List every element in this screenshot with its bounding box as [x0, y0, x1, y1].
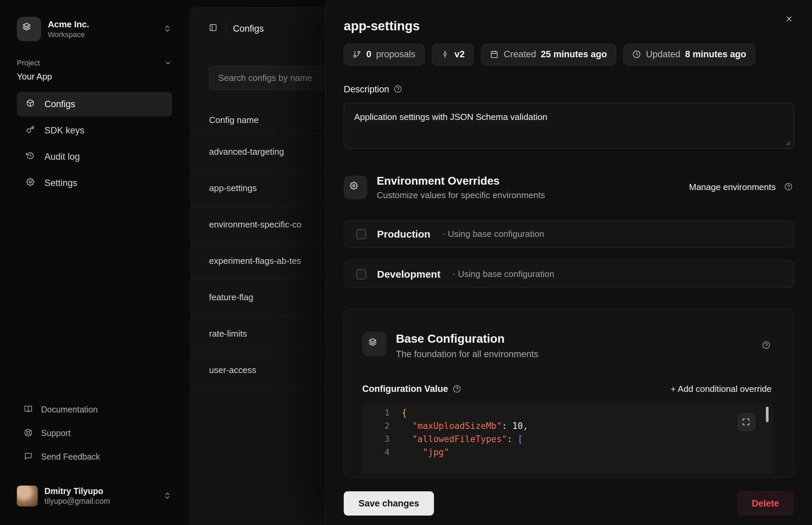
environment-name: Development: [377, 269, 440, 280]
workspace-text: Acme Inc. Workspace: [48, 19, 89, 39]
workspace-switcher[interactable]: Acme Inc. Workspace: [17, 17, 172, 41]
avatar: [17, 485, 38, 507]
sidebar-item-label: SDK keys: [44, 125, 84, 136]
chevron-down-icon: [164, 59, 172, 67]
line-number: 4: [362, 447, 390, 457]
layers-tile: [362, 332, 387, 356]
user-name: Dmitry Tilyupo: [44, 485, 110, 497]
project-selector[interactable]: Project: [17, 59, 172, 68]
sidebar-item-settings[interactable]: Settings: [17, 171, 172, 195]
config-name: rate-limits: [209, 329, 247, 339]
sidebar-item-audit-log[interactable]: Audit log: [17, 145, 172, 169]
config-detail-drawer: app-settings 0 proposals v2 Created 25 m…: [325, 0, 812, 525]
config-name: feature-flag: [209, 292, 253, 303]
gear-icon: [26, 178, 36, 188]
message-square-icon: [24, 452, 34, 462]
history-icon: [26, 152, 36, 162]
footer-link-label: Support: [41, 428, 71, 438]
chevrons-up-down-icon[interactable]: [163, 492, 172, 500]
gear-icon: [350, 182, 361, 193]
workspace-logo: [17, 17, 41, 41]
version-badge[interactable]: v2: [432, 44, 474, 65]
code-text: "jpg": [390, 447, 449, 457]
code-line: 4 "jpg": [362, 446, 772, 459]
git-branch-icon: [353, 50, 362, 59]
created-badge: Created 25 minutes ago: [481, 44, 616, 65]
user-email: tilyupo@gmail.com: [44, 496, 110, 507]
add-conditional-override-link[interactable]: + Add conditional override: [671, 384, 771, 394]
chevrons-up-down-icon[interactable]: [163, 25, 172, 33]
user-menu[interactable]: Dmitry Tilyupo tilyupo@gmail.com: [17, 485, 172, 507]
sidebar-nav: Configs SDK keys Audit log Settings: [17, 92, 172, 195]
config-name: experiment-flags-ab-tes: [209, 256, 301, 266]
panel-toggle-icon[interactable]: [209, 24, 219, 34]
user-text: Dmitry Tilyupo tilyupo@gmail.com: [44, 485, 110, 507]
description-field-wrap: Application settings with JSON Schema va…: [344, 103, 794, 149]
section-text: Environment Overrides Customize values f…: [377, 174, 545, 201]
workspace-name: Acme Inc.: [48, 19, 89, 30]
environment-row-production[interactable]: Production · Using base configuration: [344, 220, 794, 248]
sidebar-item-label: Configs: [44, 99, 75, 109]
workspace-type: Workspace: [48, 30, 89, 40]
section-actions: Manage environments: [689, 182, 794, 192]
layers-icon: [369, 338, 380, 349]
help-icon[interactable]: [784, 183, 794, 192]
help-icon[interactable]: [762, 341, 771, 350]
delete-button[interactable]: Delete: [737, 491, 794, 515]
code-text: "allowedFileTypes": [: [390, 434, 523, 444]
config-name: user-access: [209, 365, 256, 375]
drawer-footer: Save changes Delete: [326, 482, 812, 525]
base-title: Base Configuration: [396, 332, 538, 346]
help-icon[interactable]: [394, 85, 403, 94]
expand-editor-button[interactable]: [738, 414, 755, 431]
layers-icon: [22, 22, 35, 35]
footer-link-send-feedback[interactable]: Send Feedback: [17, 445, 172, 469]
sidebar-item-configs[interactable]: Configs: [17, 92, 172, 116]
footer-link-label: Documentation: [41, 405, 98, 415]
project-label: Project: [17, 59, 40, 68]
configuration-value-label: Configuration Value: [362, 384, 448, 394]
gear-tile: [344, 176, 367, 199]
calendar-icon: [490, 50, 499, 59]
environment-checkbox[interactable]: [356, 229, 366, 239]
description-label-row: Description: [344, 84, 794, 95]
base-configuration-header: Base Configuration The foundation for al…: [362, 332, 771, 360]
sidebar-item-sdk-keys[interactable]: SDK keys: [17, 118, 172, 142]
created-label: Created: [504, 49, 536, 60]
divider: [226, 24, 226, 34]
config-name: advanced-targeting: [209, 147, 284, 157]
section-subtitle: Customize values for specific environmen…: [377, 190, 545, 200]
project-name: Your App: [17, 72, 172, 82]
proposals-badge[interactable]: 0 proposals: [344, 44, 424, 65]
footer-link-support[interactable]: Support: [17, 422, 172, 445]
line-number: 2: [362, 421, 390, 431]
column-header: Config name: [209, 115, 259, 125]
help-icon[interactable]: [453, 385, 462, 394]
git-commit-icon: [441, 50, 450, 59]
key-icon: [26, 125, 36, 135]
environment-checkbox[interactable]: [356, 269, 366, 279]
base-text: Base Configuration The foundation for al…: [396, 332, 538, 360]
code-editor[interactable]: 1 { 2 "maxUploadSizeMb": 10, 3 "allowedF…: [362, 404, 772, 475]
environment-status: · Using base configuration: [442, 229, 544, 239]
maximize-icon: [742, 418, 751, 426]
line-number: 1: [362, 408, 390, 418]
code-text: "maxUploadSizeMb": 10,: [390, 421, 528, 431]
line-number: 3: [362, 434, 390, 444]
life-buoy-icon: [24, 429, 34, 438]
save-changes-button[interactable]: Save changes: [344, 491, 434, 515]
environment-row-development[interactable]: Development · Using base configuration: [344, 260, 794, 288]
manage-environments-link[interactable]: Manage environments: [689, 182, 776, 192]
sidebar-footer: Documentation Support Send Feedback: [17, 398, 172, 469]
footer-link-documentation[interactable]: Documentation: [17, 398, 172, 422]
version-value: v2: [454, 49, 465, 60]
resize-handle-icon[interactable]: [783, 138, 791, 145]
sidebar-item-label: Audit log: [44, 152, 80, 162]
description-label: Description: [344, 84, 389, 95]
created-value: 25 minutes ago: [541, 49, 607, 60]
panel-title: Configs: [233, 24, 264, 34]
description-input[interactable]: Application settings with JSON Schema va…: [344, 103, 794, 149]
sidebar-item-label: Settings: [44, 178, 77, 189]
code-scrollbar[interactable]: [766, 407, 768, 422]
config-name: environment-specific-co: [209, 219, 302, 230]
